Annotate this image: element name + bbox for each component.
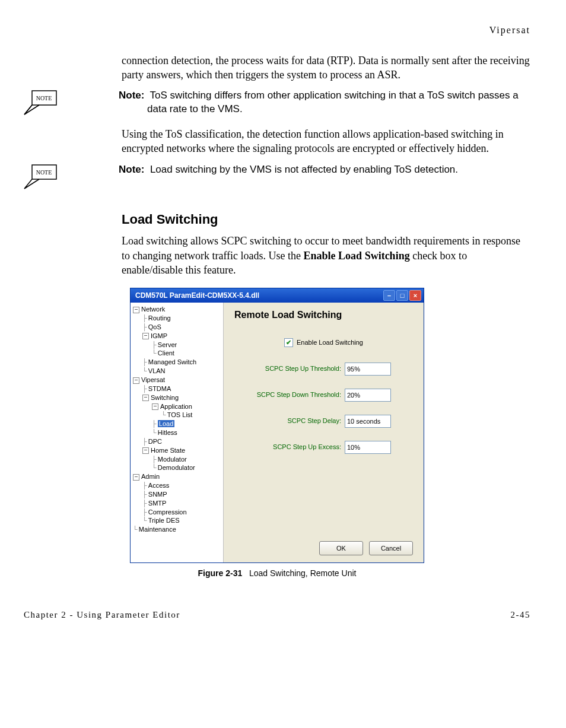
tree-smtp[interactable]: SMTP <box>148 500 167 507</box>
step-down-threshold-input[interactable] <box>345 389 391 402</box>
note-icon: NOTE <box>24 164 57 189</box>
expand-icon[interactable]: – <box>142 447 149 454</box>
note-2: NOTE Note: Load switching by the VMS is … <box>24 163 530 189</box>
maximize-icon[interactable]: □ <box>396 290 408 301</box>
expand-icon[interactable]: – <box>133 474 139 481</box>
titlebar[interactable]: CDM570L ParamEdit-CDM5XX-5.4.dll – □ × <box>131 288 424 303</box>
minimize-icon[interactable]: – <box>383 290 395 301</box>
note-2-text: Note: Load switching by the VMS is not a… <box>119 163 530 177</box>
tree-compression[interactable]: Compression <box>148 508 187 516</box>
note-1: NOTE Note: ToS switching differs from ot… <box>24 89 530 116</box>
note-icon-label: NOTE <box>36 95 52 101</box>
nav-tree[interactable]: –Network ├Routing ├QoS –IGMP ├Server └Cl… <box>131 303 224 562</box>
tree-home-state[interactable]: Home State <box>151 447 185 454</box>
note-1-text: Note: ToS switching differs from other a… <box>119 89 530 116</box>
tree-application[interactable]: Application <box>160 403 192 410</box>
figure-caption-text: Load Switching, Remote Unit <box>249 568 357 578</box>
step-delay-input[interactable] <box>345 415 391 428</box>
expand-icon[interactable]: – <box>142 395 149 401</box>
tree-modulator[interactable]: Modulator <box>158 456 187 463</box>
page-header-right: Vipersat <box>24 24 530 37</box>
paragraph-1: connection detection, the process waits … <box>122 53 530 82</box>
tree-server[interactable]: Server <box>158 341 177 348</box>
step-up-excess-input[interactable] <box>345 441 391 454</box>
ok-button[interactable]: OK <box>319 541 363 555</box>
step-delay-label: SCPC Step Delay: <box>234 417 345 425</box>
tree-qos[interactable]: QoS <box>148 323 161 330</box>
panel-heading: Remote Load Switching <box>234 309 413 322</box>
note-icon: NOTE <box>24 90 57 115</box>
figure-caption: Figure 2-31 Load Switching, Remote Unit <box>24 568 530 579</box>
close-icon[interactable]: × <box>409 290 421 301</box>
step-up-excess-label: SCPC Step Up Excess: <box>234 443 345 452</box>
tree-demodulator[interactable]: Demodulator <box>158 464 195 471</box>
tree-maintenance[interactable]: Maintenance <box>139 526 176 533</box>
paragraph-3: Load switching allows SCPC switching to … <box>122 234 530 277</box>
expand-icon[interactable]: – <box>152 403 158 410</box>
enable-load-switching-label: Enable Load Switching <box>297 338 363 347</box>
dialog-window: CDM570L ParamEdit-CDM5XX-5.4.dll – □ × –… <box>130 288 424 563</box>
cancel-button[interactable]: Cancel <box>369 541 413 555</box>
tree-access[interactable]: Access <box>148 482 169 489</box>
step-down-threshold-label: SCPC Step Down Threshold: <box>234 390 345 399</box>
tree-network[interactable]: Network <box>141 306 165 313</box>
paragraph-2: Using the ToS classification, the detect… <box>122 127 530 156</box>
note-1-label: Note: <box>119 90 144 101</box>
settings-panel: Remote Load Switching ✔ Enable Load Swit… <box>224 303 424 562</box>
tree-dpc[interactable]: DPC <box>148 438 162 445</box>
note-2-label: Note: <box>119 164 144 175</box>
tree-triple-des[interactable]: Triple DES <box>148 517 180 524</box>
expand-icon[interactable]: – <box>133 307 139 313</box>
tree-snmp[interactable]: SNMP <box>148 491 167 498</box>
expand-icon[interactable]: – <box>133 377 139 384</box>
section-heading-load-switching: Load Switching <box>122 211 530 228</box>
step-up-threshold-label: SCPC Step Up Threshold: <box>234 364 345 373</box>
enable-load-switching-checkbox[interactable]: ✔ <box>284 338 293 347</box>
tree-tos-list[interactable]: TOS List <box>167 411 193 418</box>
window-title: CDM570L ParamEdit-CDM5XX-5.4.dll <box>135 291 259 300</box>
tree-switching[interactable]: Switching <box>151 394 179 401</box>
footer-left: Chapter 2 - Using Parameter Editor <box>24 609 180 621</box>
tree-igmp[interactable]: IGMP <box>151 332 167 339</box>
figure-label: Figure 2-31 <box>198 568 243 578</box>
tree-vlan[interactable]: VLAN <box>148 367 166 374</box>
tree-load-selected[interactable]: Load <box>158 420 174 427</box>
paragraph-3-b: Enable Load Switching <box>304 250 410 262</box>
tree-managed-switch[interactable]: Managed Switch <box>148 358 196 365</box>
expand-icon[interactable]: – <box>142 333 149 339</box>
tree-stdma[interactable]: STDMA <box>148 385 171 392</box>
tree-admin[interactable]: Admin <box>141 473 160 480</box>
tree-routing[interactable]: Routing <box>148 314 171 322</box>
tree-client[interactable]: Client <box>158 349 174 357</box>
footer-right: 2-45 <box>511 609 531 621</box>
step-up-threshold-input[interactable] <box>345 363 391 376</box>
tree-vipersat[interactable]: Vipersat <box>141 376 165 383</box>
svg-text:NOTE: NOTE <box>36 169 52 176</box>
tree-hitless[interactable]: Hitless <box>158 429 177 436</box>
